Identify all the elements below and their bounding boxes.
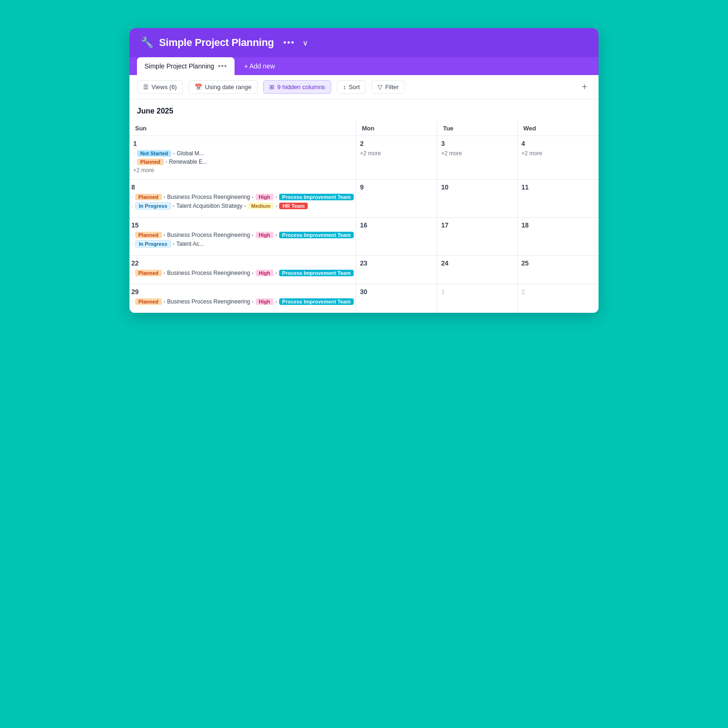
- day-22[interactable]: 22 ‹ Planned • Business Process Reengine…: [129, 256, 356, 284]
- day-4[interactable]: 4 +2 more: [517, 136, 599, 180]
- priority-badge: Medium: [248, 203, 274, 209]
- dot-icon: •: [173, 242, 175, 247]
- day-10[interactable]: 10: [437, 180, 517, 218]
- day-number-22: 22: [131, 259, 354, 267]
- day-number-11: 11: [522, 183, 595, 191]
- event-title: Business Process Reengineering: [167, 270, 250, 276]
- hidden-columns-button[interactable]: ⊞ 9 hidden columns: [263, 80, 331, 94]
- dot-icon: •: [164, 233, 166, 238]
- team-badge: HR Team: [279, 203, 308, 209]
- dot-icon: •: [252, 299, 254, 304]
- views-button[interactable]: ☰ Views (6): [137, 80, 183, 94]
- event-title: Talent Acquisition Strategy: [176, 203, 243, 209]
- wrench-icon: 🔧: [141, 37, 153, 49]
- day-18[interactable]: 18: [517, 218, 599, 256]
- status-badge: Planned: [135, 270, 162, 276]
- views-label: Views (6): [152, 83, 177, 91]
- event-text: Global M...: [177, 150, 204, 157]
- week-1: 1 ‹ Not Started • Global M... ‹ Planned …: [129, 136, 599, 180]
- dot-icon: •: [275, 271, 277, 276]
- add-new-button[interactable]: + Add new: [238, 59, 281, 74]
- day-number-jul2: 2: [522, 288, 595, 296]
- date-range-label: Using date range: [205, 83, 251, 91]
- weekday-header-row: Sun Mon Tue Wed: [129, 121, 599, 136]
- active-tab[interactable]: Simple Project Planning •••: [137, 57, 235, 75]
- event-row[interactable]: ‹ Not Started • Global M...: [133, 150, 352, 157]
- chevron-left-icon: ‹: [131, 194, 133, 200]
- event-row-bpr4[interactable]: ‹ Planned • Business Process Reengineeri…: [131, 298, 354, 305]
- filter-button[interactable]: ▽ Filter: [372, 80, 405, 94]
- week-3: 15 ‹ Planned • Business Process Reengine…: [129, 218, 599, 256]
- day-8[interactable]: 8 ‹ Planned • Business Process Reenginee…: [129, 180, 356, 218]
- chevron-left-icon: ‹: [131, 298, 133, 305]
- day-number-23: 23: [360, 259, 433, 267]
- header-chevron-icon[interactable]: ∨: [303, 38, 308, 47]
- day-9[interactable]: 9: [356, 180, 437, 218]
- day-number-2: 2: [360, 140, 433, 147]
- day-number-24: 24: [441, 259, 513, 267]
- event-row[interactable]: ‹ Planned • Renewable E...: [133, 159, 352, 165]
- day-24[interactable]: 24: [437, 256, 517, 284]
- event-row-tas[interactable]: ‹ In Progress • Talent Acquisition Strat…: [131, 202, 354, 210]
- week-5: 29 ‹ Planned • Business Process Reengine…: [129, 284, 599, 313]
- day-jul-2[interactable]: 2: [517, 284, 599, 313]
- day-jul-1[interactable]: 1: [437, 284, 517, 313]
- status-badge: Planned: [135, 232, 162, 238]
- day-number-15: 15: [131, 221, 354, 229]
- dot-icon: •: [252, 233, 254, 238]
- calendar-container: June 2025 Sun Mon Tue Wed 1 ‹ Not: [129, 99, 599, 313]
- header-more-icon[interactable]: •••: [283, 38, 295, 48]
- event-row-bpr3[interactable]: ‹ Planned • Business Process Reengineeri…: [131, 270, 354, 276]
- columns-icon: ⊞: [269, 83, 274, 91]
- day-number-jul1: 1: [441, 288, 513, 296]
- event-title: Talent Ac...: [176, 241, 204, 247]
- dot-icon: •: [252, 195, 254, 200]
- day-17[interactable]: 17: [437, 218, 517, 256]
- day-number-4: 4: [522, 140, 595, 147]
- event-row-bpr[interactable]: ‹ Planned • Business Process Reengineeri…: [131, 232, 354, 238]
- day-29[interactable]: 29 ‹ Planned • Business Process Reengine…: [129, 284, 356, 313]
- sort-icon: ↕: [343, 83, 346, 91]
- day-number-9: 9: [360, 183, 433, 191]
- more-events[interactable]: +2 more: [522, 150, 595, 157]
- chevron-left-icon: ‹: [131, 232, 133, 238]
- dot-icon: •: [164, 299, 166, 304]
- status-badge: Planned: [137, 159, 164, 165]
- dot-icon: •: [164, 271, 166, 276]
- day-23[interactable]: 23: [356, 256, 437, 284]
- day-30[interactable]: 30: [356, 284, 437, 313]
- date-range-button[interactable]: 📅 Using date range: [189, 80, 258, 94]
- more-events[interactable]: +2 more: [360, 150, 433, 157]
- weekday-sun: Sun: [129, 121, 356, 136]
- event-row-tas2[interactable]: ‹ In Progress • Talent Ac...: [131, 240, 354, 248]
- day-3[interactable]: 3 +2 more: [437, 136, 517, 180]
- day-25[interactable]: 25: [517, 256, 599, 284]
- event-text: Renewable E...: [169, 159, 207, 165]
- team-badge: Process Improvement Team: [279, 232, 354, 238]
- more-events[interactable]: +2 more: [133, 167, 352, 174]
- dot-icon: •: [164, 195, 166, 200]
- sort-button[interactable]: ↕ Sort: [337, 80, 366, 94]
- day-number-16: 16: [360, 221, 433, 229]
- tab-more-icon[interactable]: •••: [218, 62, 228, 70]
- day-2[interactable]: 2 +2 more: [356, 136, 437, 180]
- status-badge: In Progress: [135, 240, 171, 248]
- day-1[interactable]: 1 ‹ Not Started • Global M... ‹ Planned …: [129, 136, 356, 180]
- event-row-bpr[interactable]: ‹ Planned • Business Process Reengineeri…: [131, 194, 354, 200]
- day-11[interactable]: 11: [517, 180, 599, 218]
- add-column-button[interactable]: +: [578, 80, 591, 94]
- day-16[interactable]: 16: [356, 218, 437, 256]
- dot-icon: •: [244, 204, 246, 209]
- event-title: Business Process Reengineering: [167, 298, 250, 305]
- dot-icon: •: [275, 299, 277, 304]
- dot-icon: •: [275, 233, 277, 238]
- chevron-left-icon: ‹: [131, 270, 133, 276]
- week-2: 8 ‹ Planned • Business Process Reenginee…: [129, 180, 599, 218]
- day-15[interactable]: 15 ‹ Planned • Business Process Reengine…: [129, 218, 356, 256]
- day-number-3: 3: [441, 140, 513, 147]
- status-badge: Planned: [135, 194, 162, 200]
- more-events[interactable]: +2 more: [441, 150, 513, 157]
- status-badge: Planned: [135, 298, 162, 305]
- status-badge: Not Started: [137, 150, 171, 157]
- dot-icon: •: [252, 271, 254, 276]
